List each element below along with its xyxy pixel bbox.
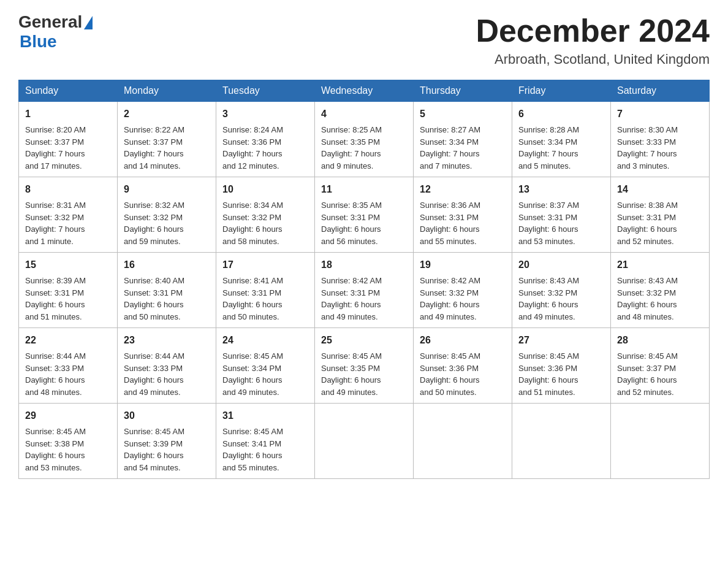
- th-wednesday: Wednesday: [315, 80, 414, 102]
- sunrise-label: Sunrise: 8:24 AM: [222, 125, 283, 134]
- sunrise-label: Sunrise: 8:45 AM: [222, 351, 283, 361]
- table-cell: 7 Sunrise: 8:30 AM Sunset: 3:33 PM Dayli…: [611, 102, 710, 177]
- table-cell: 24 Sunrise: 8:45 AM Sunset: 3:34 PM Dayl…: [216, 328, 315, 404]
- sunset-label: Sunset: 3:32 PM: [518, 288, 577, 297]
- sunset-label: Sunset: 3:33 PM: [124, 364, 183, 373]
- sunset-label: Sunset: 3:35 PM: [321, 137, 380, 147]
- daylight-label: Daylight: 7 hours: [25, 149, 85, 158]
- daylight-minutes-label: and 59 minutes.: [124, 237, 181, 246]
- day-number: 29: [25, 408, 111, 423]
- sunset-label: Sunset: 3:32 PM: [617, 288, 676, 297]
- table-cell: 5 Sunrise: 8:27 AM Sunset: 3:34 PM Dayli…: [414, 102, 512, 177]
- daylight-label: Daylight: 6 hours: [617, 300, 677, 309]
- table-cell: 18 Sunrise: 8:42 AM Sunset: 3:31 PM Dayl…: [315, 253, 414, 328]
- table-cell: 23 Sunrise: 8:44 AM Sunset: 3:33 PM Dayl…: [118, 328, 216, 404]
- day-number: 24: [222, 333, 308, 348]
- logo-triangle-icon: [84, 16, 93, 29]
- sunset-label: Sunset: 3:32 PM: [25, 213, 84, 222]
- th-thursday: Thursday: [414, 80, 512, 102]
- sunset-label: Sunset: 3:33 PM: [25, 364, 84, 373]
- th-sunday: Sunday: [19, 80, 118, 102]
- table-cell: 26 Sunrise: 8:45 AM Sunset: 3:36 PM Dayl…: [414, 328, 512, 404]
- daylight-label: Daylight: 6 hours: [222, 375, 282, 385]
- sunset-label: Sunset: 3:36 PM: [222, 137, 281, 147]
- sunset-label: Sunset: 3:33 PM: [617, 137, 676, 147]
- table-cell: 4 Sunrise: 8:25 AM Sunset: 3:35 PM Dayli…: [315, 102, 414, 177]
- sunset-label: Sunset: 3:34 PM: [420, 137, 479, 147]
- daylight-minutes-label: and 1 minute.: [25, 237, 74, 246]
- sunset-label: Sunset: 3:32 PM: [420, 288, 479, 297]
- table-cell: 8 Sunrise: 8:31 AM Sunset: 3:32 PM Dayli…: [19, 177, 118, 253]
- daylight-label: Daylight: 6 hours: [420, 300, 480, 309]
- day-number: 10: [222, 182, 308, 197]
- daylight-label: Daylight: 7 hours: [321, 149, 381, 158]
- table-cell: [611, 404, 710, 479]
- table-cell: 3 Sunrise: 8:24 AM Sunset: 3:36 PM Dayli…: [216, 102, 315, 177]
- header-row: Sunday Monday Tuesday Wednesday Thursday…: [19, 80, 710, 102]
- sunrise-label: Sunrise: 8:42 AM: [420, 276, 480, 285]
- title-section: December 2024 Arbroath, Scotland, United…: [476, 12, 710, 67]
- daylight-minutes-label: and 7 minutes.: [420, 161, 472, 170]
- sunset-label: Sunset: 3:32 PM: [124, 213, 183, 222]
- table-cell: 29 Sunrise: 8:45 AM Sunset: 3:38 PM Dayl…: [19, 404, 118, 479]
- sunrise-label: Sunrise: 8:45 AM: [420, 351, 480, 361]
- sunrise-label: Sunrise: 8:43 AM: [518, 276, 579, 285]
- table-cell: 27 Sunrise: 8:45 AM Sunset: 3:36 PM Dayl…: [512, 328, 611, 404]
- daylight-minutes-label: and 53 minutes.: [25, 463, 82, 472]
- th-saturday: Saturday: [611, 80, 710, 102]
- sunrise-label: Sunrise: 8:45 AM: [25, 427, 86, 436]
- day-number: 25: [321, 333, 407, 348]
- sunrise-label: Sunrise: 8:31 AM: [25, 201, 86, 210]
- daylight-minutes-label: and 51 minutes.: [25, 312, 82, 321]
- sunrise-label: Sunrise: 8:37 AM: [518, 201, 579, 210]
- daylight-minutes-label: and 56 minutes.: [321, 237, 378, 246]
- table-cell: 17 Sunrise: 8:41 AM Sunset: 3:31 PM Dayl…: [216, 253, 315, 328]
- sunrise-label: Sunrise: 8:45 AM: [518, 351, 579, 361]
- table-cell: 9 Sunrise: 8:32 AM Sunset: 3:32 PM Dayli…: [118, 177, 216, 253]
- daylight-label: Daylight: 6 hours: [222, 300, 282, 309]
- daylight-label: Daylight: 6 hours: [518, 375, 578, 385]
- sunset-label: Sunset: 3:41 PM: [222, 439, 281, 448]
- table-cell: [512, 404, 611, 479]
- daylight-label: Daylight: 7 hours: [25, 224, 85, 234]
- sunset-label: Sunset: 3:32 PM: [222, 213, 281, 222]
- daylight-minutes-label: and 49 minutes.: [420, 312, 477, 321]
- sunrise-label: Sunrise: 8:44 AM: [25, 351, 86, 361]
- table-cell: [414, 404, 512, 479]
- week-row-2: 8 Sunrise: 8:31 AM Sunset: 3:32 PM Dayli…: [19, 177, 710, 253]
- day-number: 26: [420, 333, 506, 348]
- daylight-label: Daylight: 6 hours: [25, 451, 85, 460]
- daylight-minutes-label: and 49 minutes.: [222, 388, 279, 397]
- daylight-label: Daylight: 7 hours: [617, 149, 677, 158]
- logo-blue-text: Blue: [20, 32, 57, 52]
- sunrise-label: Sunrise: 8:30 AM: [617, 125, 678, 134]
- daylight-minutes-label: and 12 minutes.: [222, 161, 279, 170]
- daylight-label: Daylight: 6 hours: [222, 224, 282, 234]
- sunset-label: Sunset: 3:34 PM: [222, 364, 281, 373]
- sunset-label: Sunset: 3:31 PM: [321, 288, 380, 297]
- daylight-label: Daylight: 7 hours: [124, 149, 184, 158]
- table-cell: [315, 404, 414, 479]
- daylight-minutes-label: and 48 minutes.: [25, 388, 82, 397]
- table-cell: 12 Sunrise: 8:36 AM Sunset: 3:31 PM Dayl…: [414, 177, 512, 253]
- sunset-label: Sunset: 3:36 PM: [420, 364, 479, 373]
- daylight-minutes-label: and 53 minutes.: [518, 237, 575, 246]
- th-friday: Friday: [512, 80, 611, 102]
- daylight-minutes-label: and 9 minutes.: [321, 161, 373, 170]
- day-number: 20: [518, 258, 604, 272]
- daylight-minutes-label: and 55 minutes.: [222, 463, 279, 472]
- daylight-label: Daylight: 7 hours: [222, 149, 282, 158]
- day-number: 30: [124, 408, 210, 423]
- daylight-minutes-label: and 54 minutes.: [124, 463, 181, 472]
- sunset-label: Sunset: 3:35 PM: [321, 364, 380, 373]
- table-cell: 19 Sunrise: 8:42 AM Sunset: 3:32 PM Dayl…: [414, 253, 512, 328]
- day-number: 22: [25, 333, 111, 348]
- sunset-label: Sunset: 3:31 PM: [617, 213, 676, 222]
- day-number: 27: [518, 333, 604, 348]
- day-number: 8: [25, 182, 111, 197]
- day-number: 21: [617, 258, 703, 272]
- table-cell: 2 Sunrise: 8:22 AM Sunset: 3:37 PM Dayli…: [118, 102, 216, 177]
- daylight-minutes-label: and 55 minutes.: [420, 237, 477, 246]
- day-number: 23: [124, 333, 210, 348]
- day-number: 6: [518, 107, 604, 121]
